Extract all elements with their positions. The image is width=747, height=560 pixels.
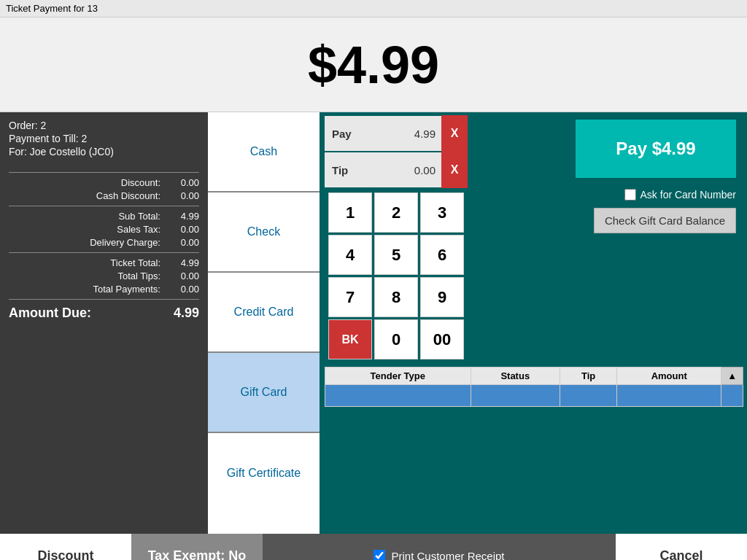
scroll-up-btn[interactable]: ▲ (721, 368, 743, 385)
ticket-total-label: Ticket Total: (9, 257, 166, 268)
table-scroll-container: Tender Type Status Tip Amount ▲ (325, 367, 743, 407)
amount-due-row: Amount Due: 4.99 (9, 306, 199, 321)
num-9-btn[interactable]: 9 (420, 277, 464, 317)
num-1-btn[interactable]: 1 (328, 192, 372, 233)
gift-certificate-payment-btn[interactable]: Gift Certificate (208, 433, 320, 513)
cancel-btn[interactable]: Cancel (616, 534, 747, 560)
delivery-charge-value: 0.00 (166, 237, 199, 248)
amount-cell (617, 385, 721, 407)
num-2-btn[interactable]: 2 (374, 192, 418, 233)
tax-exempt-btn[interactable]: Tax Exempt: No (131, 534, 263, 560)
total-amount: $4.99 (308, 35, 439, 95)
payment-methods: Cash Check Credit Card Gift Card Gift Ce… (208, 112, 321, 534)
total-payments-label: Total Payments: (9, 284, 166, 295)
divider-1 (9, 172, 199, 173)
discount-label: Discount: (9, 177, 166, 188)
tip-label: Tip (325, 164, 368, 176)
total-tips-value: 0.00 (166, 271, 199, 281)
check-payment-btn[interactable]: Check (208, 192, 320, 273)
tender-type-header: Tender Type (325, 368, 471, 385)
num-5-btn[interactable]: 5 (374, 235, 418, 275)
num-7-btn[interactable]: 7 (328, 277, 372, 317)
amount-header: Amount (617, 368, 721, 385)
title-text: Ticket Payment for 13 (6, 3, 98, 14)
sales-tax-label: Sales Tax: (9, 224, 166, 235)
total-tips-label: Total Tips: (9, 271, 166, 281)
amount-display: $4.99 (0, 18, 747, 112)
total-payments-row: Total Payments: 0.00 (9, 284, 199, 295)
cash-discount-value: 0.00 (166, 190, 199, 201)
status-cell (471, 385, 560, 407)
cash-discount-label: Cash Discount: (9, 190, 166, 201)
pay-clear-btn[interactable]: X (441, 115, 468, 152)
ticket-total-row: Ticket Total: 4.99 (9, 257, 199, 268)
tip-cell (560, 385, 617, 407)
ticket-total-value: 4.99 (166, 257, 199, 268)
numpad-column: Pay 4.99 X Tip 0.00 X 1 2 3 4 5 6 (325, 116, 468, 363)
scroll-spacer (721, 385, 743, 407)
pay-row: Pay 4.99 X (325, 116, 468, 152)
num-0-btn[interactable]: 0 (374, 319, 418, 359)
sales-tax-value: 0.00 (166, 224, 199, 235)
print-receipt-checkbox[interactable] (374, 550, 385, 560)
sub-total-label: Sub Total: (9, 211, 166, 222)
customer-name: For: Joe Costello (JC0) (9, 146, 199, 158)
pay-now-btn[interactable]: Pay $4.99 (576, 120, 736, 178)
num-6-btn[interactable]: 6 (420, 235, 464, 275)
discount-value: 0.00 (166, 177, 199, 188)
main-content: Order: 2 Payment to Till: 2 For: Joe Cos… (0, 112, 747, 534)
actions-column: Pay $4.99 Ask for Card Number Check Gift… (468, 116, 743, 363)
amount-due-label: Amount Due: (9, 306, 166, 321)
ask-card-number-checkbox[interactable] (624, 189, 636, 201)
tender-table-wrapper: Tender Type Status Tip Amount ▲ (321, 367, 747, 534)
pay-label: Pay (325, 128, 368, 140)
divider-4 (9, 299, 199, 300)
cash-discount-row: Cash Discount: 0.00 (9, 190, 199, 201)
right-panel: Pay 4.99 X Tip 0.00 X 1 2 3 4 5 6 (321, 112, 747, 534)
sales-tax-row: Sales Tax: 0.00 (9, 224, 199, 235)
gift-card-payment-btn[interactable]: Gift Card (208, 353, 320, 433)
order-info: Order: 2 Payment to Till: 2 For: Joe Cos… (9, 120, 199, 158)
cash-payment-btn[interactable]: Cash (208, 112, 320, 192)
card-number-area: Ask for Card Number (624, 189, 736, 201)
bottom-bar: Discount Tax Exempt: No Print Customer R… (0, 534, 747, 560)
total-tips-row: Total Tips: 0.00 (9, 271, 199, 281)
discount-btn[interactable]: Discount (0, 534, 131, 560)
ask-card-number-label: Ask for Card Number (640, 189, 736, 201)
delivery-charge-row: Delivery Charge: 0.00 (9, 237, 199, 248)
tender-table: Tender Type Status Tip Amount ▲ (325, 367, 743, 407)
divider-2 (9, 206, 199, 206)
print-receipt-area: Print Customer Receipt (263, 550, 616, 561)
sub-total-row: Sub Total: 4.99 (9, 211, 199, 222)
discount-row: Discount: 0.00 (9, 177, 199, 188)
divider-3 (9, 252, 199, 253)
total-payments-value: 0.00 (166, 284, 199, 295)
num-3-btn[interactable]: 3 (420, 192, 464, 233)
backspace-btn[interactable]: BK (328, 319, 372, 359)
num-00-btn[interactable]: 00 (420, 319, 464, 359)
tip-row: Tip 0.00 X (325, 152, 468, 189)
sub-total-value: 4.99 (166, 211, 199, 222)
tender-type-cell (325, 385, 471, 407)
print-receipt-label: Print Customer Receipt (391, 550, 504, 561)
table-row[interactable] (325, 385, 743, 407)
tip-value: 0.00 (368, 164, 441, 176)
title-bar: Ticket Payment for 13 (0, 0, 747, 18)
tip-clear-btn[interactable]: X (441, 152, 468, 188)
num-4-btn[interactable]: 4 (328, 235, 372, 275)
order-number: Order: 2 (9, 120, 199, 131)
tip-header: Tip (560, 368, 617, 385)
numpad-grid: 1 2 3 4 5 6 7 8 9 BK 0 00 (325, 189, 468, 363)
amount-due-value: 4.99 (166, 306, 199, 321)
credit-card-payment-btn[interactable]: Credit Card (208, 273, 320, 353)
pay-value: 4.99 (368, 128, 441, 140)
top-right-area: Pay 4.99 X Tip 0.00 X 1 2 3 4 5 6 (321, 112, 747, 367)
num-8-btn[interactable]: 8 (374, 277, 418, 317)
status-header: Status (471, 368, 560, 385)
check-gift-card-btn[interactable]: Check Gift Card Balance (594, 208, 736, 233)
left-panel: Order: 2 Payment to Till: 2 For: Joe Cos… (0, 112, 208, 534)
payment-till: Payment to Till: 2 (9, 133, 199, 144)
delivery-charge-label: Delivery Charge: (9, 237, 166, 248)
